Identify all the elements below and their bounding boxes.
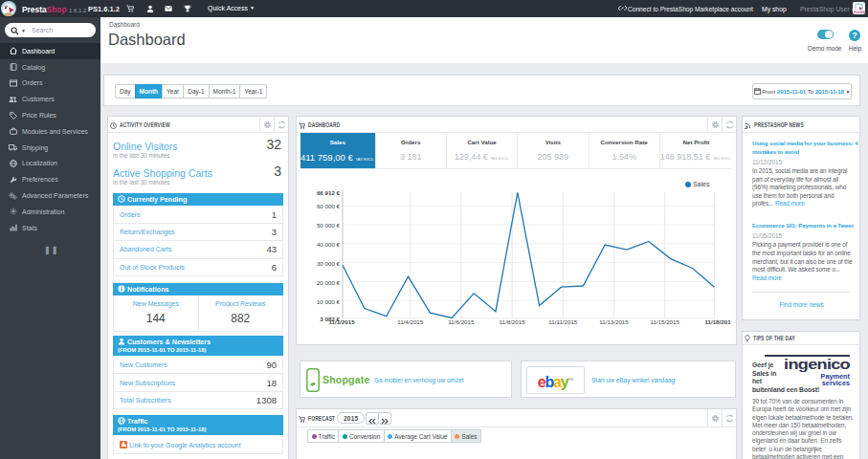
svg-text:40 000 €: 40 000 € <box>317 241 341 248</box>
svg-text:11/11/2015: 11/11/2015 <box>548 318 578 325</box>
svg-text:11/1/2015: 11/1/2015 <box>328 318 355 325</box>
svg-text:11/18/201: 11/18/201 <box>704 318 731 325</box>
svg-text:66 912 €: 66 912 € <box>317 189 341 196</box>
svg-text:10 000 €: 10 000 € <box>317 298 341 305</box>
svg-text:60 000 €: 60 000 € <box>317 203 341 209</box>
svg-text:11/13/2015: 11/13/2015 <box>599 318 629 325</box>
svg-text:11/15/2015: 11/15/2015 <box>650 318 679 325</box>
svg-text:30 000 €: 30 000 € <box>317 260 341 267</box>
svg-text:11/6/2015: 11/6/2015 <box>448 318 475 325</box>
svg-text:11/4/2015: 11/4/2015 <box>397 318 424 325</box>
svg-text:20 000 €: 20 000 € <box>317 279 341 286</box>
svg-text:PrestaShop: PrestaShop <box>854 11 865 14</box>
svg-text:50 000 €: 50 000 € <box>317 222 341 229</box>
svg-text:11/8/2015: 11/8/2015 <box>500 318 526 325</box>
